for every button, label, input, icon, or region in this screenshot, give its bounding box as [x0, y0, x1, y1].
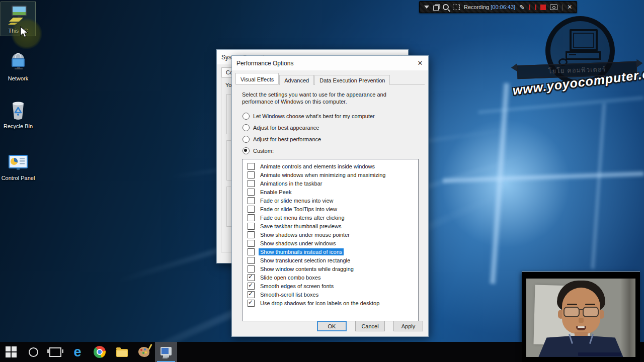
windows-icon[interactable]: [433, 6, 439, 11]
radio-button[interactable]: [243, 136, 250, 143]
checkbox[interactable]: [248, 248, 255, 255]
paint-palette-icon: [138, 347, 149, 357]
tab-advanced[interactable]: Advanced: [279, 75, 314, 85]
chrome-button[interactable]: [89, 342, 111, 362]
checkbox[interactable]: [248, 197, 255, 204]
effect-label: Fade or slide menus into view: [259, 197, 335, 204]
radio-adjust-for-best-appearance[interactable]: Adjust for best appearance: [243, 124, 428, 131]
pause-icon[interactable]: [529, 5, 536, 10]
effect-row[interactable]: Enable Peek: [243, 188, 418, 196]
effect-row[interactable]: Fade out menu items after clicking: [243, 213, 418, 222]
this-pc-icon: [7, 4, 29, 26]
checkbox[interactable]: [248, 240, 255, 247]
radio-button[interactable]: [243, 124, 250, 131]
windows-logo-icon: [6, 346, 17, 357]
effect-row[interactable]: Use drop shadows for icon labels on the …: [243, 299, 418, 307]
checkbox[interactable]: [248, 291, 255, 298]
effect-label: Save taskbar thumbnail previews: [259, 223, 343, 230]
effect-row[interactable]: Save taskbar thumbnail previews: [243, 222, 418, 230]
webcam-video: [526, 279, 635, 357]
effect-row[interactable]: Animations in the taskbar: [243, 179, 418, 188]
cortana-search-button[interactable]: [22, 342, 44, 362]
effect-label: Enable Peek: [259, 189, 293, 196]
desktop-icon-label: Network: [1, 75, 35, 82]
effect-label: Show shadows under windows: [259, 240, 337, 247]
paint-button[interactable]: [133, 342, 155, 362]
checkbox[interactable]: [248, 300, 255, 307]
checkbox[interactable]: [248, 223, 255, 230]
system-properties-app-button[interactable]: [155, 342, 177, 362]
checkbox[interactable]: [248, 214, 255, 221]
effect-row[interactable]: Show translucent selection rectangle: [243, 256, 418, 264]
chrome-icon: [94, 346, 106, 358]
checkbox[interactable]: [248, 171, 255, 178]
effect-label: Animate controls and elements inside win…: [259, 163, 376, 170]
radio-custom[interactable]: Custom:: [243, 147, 428, 154]
screenshot-icon[interactable]: [550, 5, 557, 10]
tab-visual-effects[interactable]: Visual Effects: [235, 73, 279, 84]
effect-row[interactable]: Show thumbnails instead of icons: [243, 247, 418, 256]
zoom-icon[interactable]: [443, 4, 449, 10]
desktop-icon-recycle-bin[interactable]: Recycle Bin: [1, 98, 35, 131]
checkbox[interactable]: [248, 180, 255, 187]
radio-button[interactable]: [243, 147, 250, 154]
dropdown-icon[interactable]: [424, 6, 429, 9]
radio-label: Adjust for best appearance: [253, 125, 319, 131]
edge-button[interactable]: e: [66, 342, 89, 362]
presenter-face: [579, 318, 584, 323]
desktop-icon-control-panel[interactable]: Control Panel: [1, 149, 35, 183]
close-icon[interactable]: ✕: [567, 4, 572, 10]
dialog-description: Select the settings you want to use for …: [242, 91, 418, 105]
effect-row[interactable]: Animate controls and elements inside win…: [243, 162, 418, 170]
checkbox[interactable]: [248, 257, 255, 264]
network-icon: [7, 52, 29, 74]
effect-row[interactable]: Fade or slide ToolTips into view: [243, 205, 418, 213]
draw-icon[interactable]: ✎: [519, 4, 525, 11]
desktop-icon-this-pc[interactable]: This PC: [1, 2, 35, 36]
tab-strip: Visual EffectsAdvancedData Execution Pre…: [232, 70, 428, 85]
effect-row[interactable]: Show shadows under windows: [243, 239, 418, 247]
effect-row[interactable]: Smooth-scroll list boxes: [243, 290, 418, 299]
apply-button[interactable]: Apply: [393, 321, 423, 331]
checkbox[interactable]: [248, 163, 255, 170]
task-view-button[interactable]: [44, 342, 66, 362]
webcam-timestamp: [578, 352, 621, 356]
presenter-face: [576, 326, 586, 330]
effect-row[interactable]: Smooth edges of screen fonts: [243, 282, 418, 290]
performance-options-titlebar[interactable]: Performance Options ✕: [232, 56, 428, 70]
checkbox[interactable]: [248, 265, 255, 273]
checkbox[interactable]: [248, 283, 255, 290]
effect-row[interactable]: Slide open combo boxes: [243, 273, 418, 282]
desktop-icon-network[interactable]: Network: [1, 50, 35, 83]
checkbox[interactable]: [248, 189, 255, 196]
radio-button[interactable]: [243, 113, 250, 120]
effect-label: Show translucent selection rectangle: [259, 257, 352, 264]
visual-effects-list[interactable]: Animate controls and elements inside win…: [242, 159, 419, 321]
effect-row[interactable]: Show window contents while dragging: [243, 264, 418, 273]
file-explorer-button[interactable]: [111, 342, 133, 362]
stop-icon[interactable]: [540, 5, 546, 10]
radio-adjust-for-best-performance[interactable]: Adjust for best performance: [243, 136, 428, 143]
checkbox[interactable]: [248, 274, 255, 281]
region-icon[interactable]: [453, 5, 460, 10]
performance-options-dialog: Performance Options ✕ Visual EffectsAdva…: [231, 55, 429, 337]
checkbox[interactable]: [248, 231, 255, 238]
ok-button[interactable]: OK: [317, 321, 347, 331]
effect-row[interactable]: Fade or slide menus into view: [243, 196, 418, 205]
webcam-shadow: [620, 279, 635, 357]
effect-row[interactable]: Show shadows under mouse pointer: [243, 230, 418, 239]
effect-row[interactable]: Animate windows when minimizing and maxi…: [243, 170, 418, 179]
glasses: [562, 307, 600, 316]
tab-data-execution-prevention[interactable]: Data Execution Prevention: [314, 75, 390, 85]
start-button[interactable]: [0, 342, 22, 362]
close-icon[interactable]: ✕: [412, 59, 428, 67]
cancel-button[interactable]: Cancel: [355, 321, 385, 331]
presenter-face: [567, 304, 577, 305]
webcam-overlay: [522, 272, 640, 362]
checkbox[interactable]: [248, 206, 255, 213]
radio-let-windows-choose-what-s-best-for-my-computer[interactable]: Let Windows choose what's best for my co…: [243, 113, 428, 120]
radio-label: Adjust for best performance: [253, 136, 321, 142]
effect-label: Show thumbnails instead of icons: [259, 248, 344, 255]
recording-time: [00:06:43]: [491, 4, 515, 10]
performance-options-title: Performance Options: [232, 60, 412, 67]
